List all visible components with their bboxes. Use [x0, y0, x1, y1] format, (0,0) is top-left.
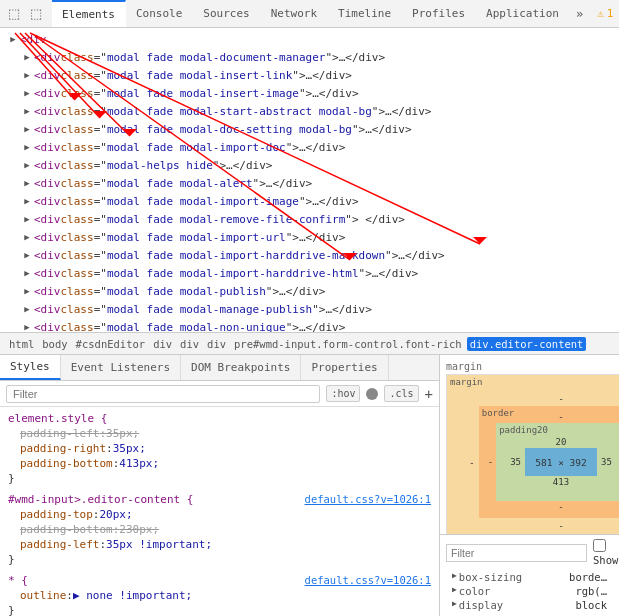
breadcrumb-pre[interactable]: pre#wmd-input.form-control.font-rich [231, 337, 465, 351]
tab-timeline[interactable]: Timeline [328, 0, 402, 27]
add-style-btn[interactable]: + [425, 386, 433, 402]
tab-styles[interactable]: Styles [0, 355, 61, 380]
border-box: border - - padding20 20 [479, 406, 619, 518]
style-source-link[interactable]: default.css?v=1026:1 [305, 493, 431, 505]
expand-triangle[interactable] [22, 124, 32, 134]
breadcrumb-div1[interactable]: div [150, 337, 175, 351]
computed-prop-box-sizing[interactable]: ▶ box-sizing borde… [446, 570, 613, 584]
tab-console[interactable]: Console [126, 0, 193, 27]
styles-panel-tabs: Styles Event Listeners DOM Breakpoints P… [0, 355, 439, 381]
expand-triangle[interactable] [22, 178, 32, 188]
expand-triangle[interactable] [22, 88, 32, 98]
dom-line[interactable]: <div class="modal fade modal-import-hard… [0, 246, 619, 264]
computed-prop-color[interactable]: ▶ color rgb(… [446, 584, 613, 598]
show-all-label[interactable]: Show [593, 539, 618, 566]
style-block-wmd-input: #wmd-input>.editor-content { default.css… [0, 492, 439, 567]
styles-content[interactable]: element.style { padding-left: 35px; padd… [0, 407, 439, 616]
inspect-icon[interactable]: ⬚ [4, 4, 24, 24]
expand-triangle[interactable] [22, 196, 32, 206]
cls-btn[interactable]: .cls [384, 385, 418, 402]
dom-line[interactable]: <div class="modal fade modal-import-url"… [0, 228, 619, 246]
expand-triangle[interactable] [22, 160, 32, 170]
dom-line[interactable]: <div class="modal fade modal-insert-imag… [0, 84, 619, 102]
box-model-area: margin margin - - border - [440, 355, 619, 534]
dom-line[interactable]: <div class="modal fade modal-remove-file… [0, 210, 619, 228]
breadcrumb-body[interactable]: body [39, 337, 70, 351]
padding-left-val: 35 [506, 457, 525, 467]
dom-line[interactable]: <div class="modal fade modal-start-abstr… [0, 102, 619, 120]
warning-count: 1 [607, 7, 614, 20]
content-box: 581 × 392 [525, 448, 597, 476]
style-rule: padding-left: 35px !important; [0, 537, 439, 552]
dom-line[interactable]: <div class="modal fade modal-alert">…</d… [0, 174, 619, 192]
color-dot-icon [366, 388, 378, 400]
style-rule: outline: ▶ none !important; [0, 588, 439, 603]
styles-panel: Styles Event Listeners DOM Breakpoints P… [0, 355, 440, 616]
more-tabs-icon[interactable]: » [570, 0, 589, 27]
dom-line[interactable]: <div class="modal fade modal-import-imag… [0, 192, 619, 210]
dom-line[interactable]: <div class="modal fade modal-insert-link… [0, 66, 619, 84]
expand-triangle[interactable] [22, 286, 32, 296]
dom-line[interactable]: <div class="modal fade modal-doc-setting… [0, 120, 619, 138]
border-middle-row: - padding20 20 35 [485, 423, 619, 501]
style-block-element: element.style { padding-left: 35px; padd… [0, 411, 439, 486]
expand-triangle[interactable] [22, 250, 32, 260]
style-rule: padding-top: 20px; [0, 507, 439, 522]
dom-line[interactable]: <div class="modal fade modal-non-unique"… [0, 318, 619, 332]
warning-badge: ⚠ 1 [589, 7, 619, 20]
dom-line[interactable]: <div class="modal fade modal-import-doc"… [0, 138, 619, 156]
dom-panel: <div <div class="modal fade modal-docume… [0, 28, 619, 333]
expand-triangle-icon: ▶ [452, 585, 457, 597]
tab-list: Elements Console Sources Network Timelin… [52, 0, 589, 27]
dom-line[interactable]: <div class="modal fade modal-import-hard… [0, 264, 619, 282]
tab-profiles[interactable]: Profiles [402, 0, 476, 27]
dom-line[interactable]: <div class="modal fade modal-publish">…<… [0, 282, 619, 300]
breadcrumb-html[interactable]: html [6, 337, 37, 351]
tab-properties[interactable]: Properties [301, 355, 388, 380]
expand-triangle[interactable] [22, 52, 32, 62]
expand-triangle[interactable] [22, 304, 32, 314]
tab-application[interactable]: Application [476, 0, 570, 27]
tab-elements[interactable]: Elements [52, 0, 126, 27]
expand-triangle[interactable] [22, 322, 32, 332]
expand-triangle[interactable] [22, 268, 32, 278]
dom-line[interactable]: <div class="modal fade modal-document-ma… [0, 48, 619, 66]
dom-line[interactable]: <div [0, 30, 619, 48]
tab-network[interactable]: Network [261, 0, 328, 27]
padding-right-val: 35 [597, 457, 616, 467]
expand-triangle[interactable] [22, 142, 32, 152]
padding-bottom-val: 413 [506, 477, 616, 487]
tab-event-listeners[interactable]: Event Listeners [61, 355, 181, 380]
breadcrumb-div2[interactable]: div [177, 337, 202, 351]
expand-triangle[interactable] [22, 214, 32, 224]
computed-prop-display[interactable]: ▶ display block [446, 598, 613, 612]
dom-line[interactable]: <div class="modal fade modal-manage-publ… [0, 300, 619, 318]
style-source-link[interactable]: default.css?v=1026:1 [305, 574, 431, 586]
show-all-checkbox[interactable] [593, 539, 606, 552]
margin-label: margin [446, 361, 613, 372]
border-left-val: - [485, 457, 496, 467]
breadcrumb-div3[interactable]: div [204, 337, 229, 351]
style-rule: padding-bottom: 230px; [0, 522, 439, 537]
dom-content[interactable]: <div <div class="modal fade modal-docume… [0, 28, 619, 332]
expand-triangle[interactable] [22, 232, 32, 242]
expand-triangle[interactable] [8, 34, 18, 44]
device-icon[interactable]: ⬚ [26, 4, 46, 24]
margin-left-val: - [465, 457, 479, 468]
expand-triangle[interactable] [22, 70, 32, 80]
tab-dom-breakpoints[interactable]: DOM Breakpoints [181, 355, 301, 380]
computed-filter-input[interactable] [446, 544, 587, 562]
expand-triangle-icon: ▶ [452, 599, 457, 611]
style-rule: padding-bottom: 413px; [0, 456, 439, 471]
style-close-brace: } [0, 471, 439, 486]
breadcrumb-editor-content[interactable]: div.editor-content [467, 337, 587, 351]
dom-line[interactable]: <div class="modal-helps hide">…</div> [0, 156, 619, 174]
margin-box: margin - - border - - [446, 374, 619, 534]
styles-filter-input[interactable] [6, 385, 320, 403]
expand-triangle[interactable] [22, 106, 32, 116]
breadcrumb-csdneditor[interactable]: #csdnEditor [73, 337, 149, 351]
tab-sources[interactable]: Sources [193, 0, 260, 27]
pseudo-states-btn[interactable]: :hov [326, 385, 360, 402]
bottom-area: Styles Event Listeners DOM Breakpoints P… [0, 355, 619, 616]
padding-box: padding20 20 35 581 × 392 [496, 423, 619, 501]
